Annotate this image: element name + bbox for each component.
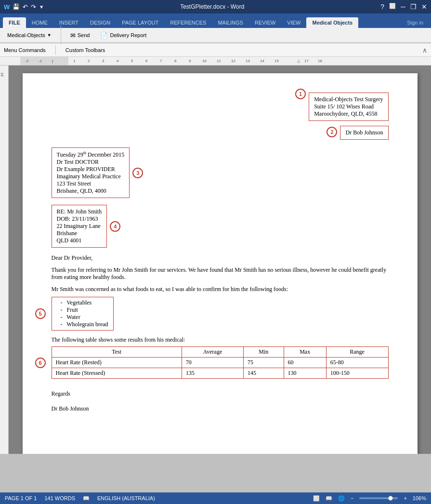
toolbar-row-2: Menu Commands Custom Toolbars ∧ [0,43,431,57]
collapse-ribbon-button[interactable]: ∧ [422,46,427,54]
recipient-line-6: Brisbane, QLD, 4000 [57,187,125,195]
label-4: 4 [110,221,120,232]
doctor-name-box: Dr Bob Johnson [340,126,388,140]
send-button[interactable]: ✉ Send [67,30,93,40]
window-title: TestGPletter.docx - Word [44,3,380,10]
col-min: Min [243,347,284,358]
body-paragraph-2: Mr Smith was concerned as to what foods … [52,286,389,293]
tab-mailings[interactable]: MAILINGS [212,17,249,28]
view-mode-read-icon[interactable]: 📖 [326,495,332,502]
ribbon-display-icon[interactable]: ⬜ [389,3,396,11]
toolbar-separator-1 [61,26,61,45]
save-icon[interactable]: 💾 [13,3,20,10]
cell-test-2: Heart Rate (Stressed) [52,368,182,379]
tab-view[interactable]: VIEW [281,17,306,28]
closing: Regards [52,390,389,398]
cell-range-1: 65-80 [326,358,388,368]
doctor-name: Dr Bob Johnson [345,129,383,136]
page-status: PAGE 1 OF 1 [5,495,37,501]
zoom-level: 106% [413,495,426,501]
cell-max-1: 60 [284,358,326,368]
signature: Dr Bob Johnson [52,405,389,412]
toolbar-divider [55,45,56,55]
patient-box-wrapper: 4 RE: Mr John Smith DOB: 23/11/1963 22 I… [52,205,107,248]
zoom-in-icon[interactable]: + [404,495,406,501]
patient-line-1: RE: Mr John Smith [57,208,102,215]
patient-section: 4 RE: Mr John Smith DOB: 23/11/1963 22 I… [52,205,389,248]
delivery-report-label: Delivery Report [110,32,146,38]
medical-objects-dropdown-button[interactable]: Medical-Objects ▼ [4,31,55,40]
status-bar-right: ⬜ 📖 🌐 − + 106% [313,495,426,502]
dropdown-arrow-icon: ▼ [47,33,52,38]
cell-avg-2: 135 [182,368,243,379]
left-ruler: 123456789101112131415161718 [0,66,9,454]
results-table-section: 6 Test Average Min Max Range Heart [52,346,389,379]
tab-insert[interactable]: INSERT [53,17,84,28]
minimize-button[interactable]: ─ [401,3,405,11]
view-mode-print-icon[interactable]: ⬜ [313,495,320,502]
proofing-icon[interactable]: 📖 [83,495,90,502]
close-button[interactable]: ✕ [421,3,427,11]
sign-in-link[interactable]: Sign in [402,17,428,28]
patient-line-3: 22 Imaginary Lane [57,223,102,230]
recipient-line-3: Dr Example PROVIDER [57,166,125,173]
doctor-name-section: 2 Dr Bob Johnson [52,126,389,140]
patient-line-2: DOB: 23/11/1963 [57,215,102,223]
patient-line-5: QLD 4001 [57,237,102,244]
address-line-2: Suite 15/ 102 Wises Road [314,103,383,110]
tab-design[interactable]: DESIGN [84,17,116,28]
table-header-row: Test Average Min Max Range [52,347,388,358]
medical-objects-toolbar: Medical-Objects ▼ ✉ Send 📄 Delivery Repo… [0,28,431,43]
restore-button[interactable]: ❐ [410,3,417,11]
medical-objects-label: Medical-Objects [7,32,45,38]
customize-icon[interactable]: ▼ [39,4,44,10]
body-paragraph-1: Thank you for referring to Mr John Smith… [52,266,389,281]
redo-icon[interactable]: ↷ [31,3,36,11]
tab-home[interactable]: HOME [26,17,53,28]
word-icon: W [4,3,10,11]
zoom-out-icon[interactable]: − [351,495,353,501]
send-icon: ✉ [70,32,76,39]
ruler: -2 -1 | 1 2 3 4 5 6 7 8 9 10 11 12 13 14… [0,57,431,66]
patient-line-4: Brisbane [57,230,102,237]
tab-file[interactable]: FILE [3,17,26,28]
document-scroll-area[interactable]: 1 Medical-Objects Test Surgery Suite 15/… [9,66,431,454]
label-1: 1 [295,89,306,99]
label-5: 5 [35,308,46,319]
cell-range-2: 100-150 [326,368,388,379]
food-item-1: - Vegetables [57,299,108,306]
address-section: 1 Medical-Objects Test Surgery Suite 15/… [52,93,389,121]
status-bar: PAGE 1 OF 1 141 WORDS 📖 ENGLISH (AUSTRAL… [0,492,431,504]
recipient-line-1: Tuesday 29th December 2015 [57,151,125,159]
ribbon-tabs: FILE HOME INSERT DESIGN PAGE LAYOUT REFE… [0,13,431,28]
cell-min-1: 75 [243,358,284,368]
doctor-name-container: 2 Dr Bob Johnson [340,126,388,140]
results-table: Test Average Min Max Range Heart Rate (R… [52,346,389,379]
undo-icon[interactable]: ↶ [23,3,28,11]
delivery-report-button[interactable]: 📄 Delivery Report [97,30,150,40]
tab-page-layout[interactable]: PAGE LAYOUT [116,17,164,28]
col-average: Average [182,347,243,358]
tab-medical-objects[interactable]: Medical Objects [306,17,358,28]
food-list-section: 5 - Vegetables - Fruit - Water - Wholegr… [52,297,114,331]
document-area: 123456789101112131415161718 1 Medical-Ob… [0,66,431,454]
recipient-line-2: Dr Test DOCTOR [57,159,125,166]
menu-commands-label: Menu Commands [4,47,46,53]
language-status: ENGLISH (AUSTRALIA) [97,495,155,501]
address-line-1: Medical-Objects Test Surgery [314,96,383,103]
tab-review[interactable]: REVIEW [249,17,281,28]
document-page: 1 Medical-Objects Test Surgery Suite 15/… [23,73,418,454]
food-item-2: - Fruit [57,306,108,314]
label-2: 2 [327,127,337,137]
salutation: Dear Dr Provider, [52,254,389,262]
help-icon[interactable]: ? [380,3,384,11]
patient-box: RE: Mr John Smith DOB: 23/11/1963 22 Ima… [52,205,107,248]
cell-min-2: 145 [243,368,284,379]
table-row: Heart Rate (Stressed) 135 145 130 100-15… [52,368,388,379]
zoom-slider[interactable] [359,497,398,499]
table-row: Heart Rate (Rested) 70 75 60 65-80 [52,358,388,368]
recipient-line-4: Imaginary Medical Practice [57,173,125,180]
tab-references[interactable]: REFERENCES [164,17,212,28]
view-mode-web-icon[interactable]: 🌐 [338,495,345,502]
address-1-container: 1 Medical-Objects Test Surgery Suite 15/… [309,93,388,121]
